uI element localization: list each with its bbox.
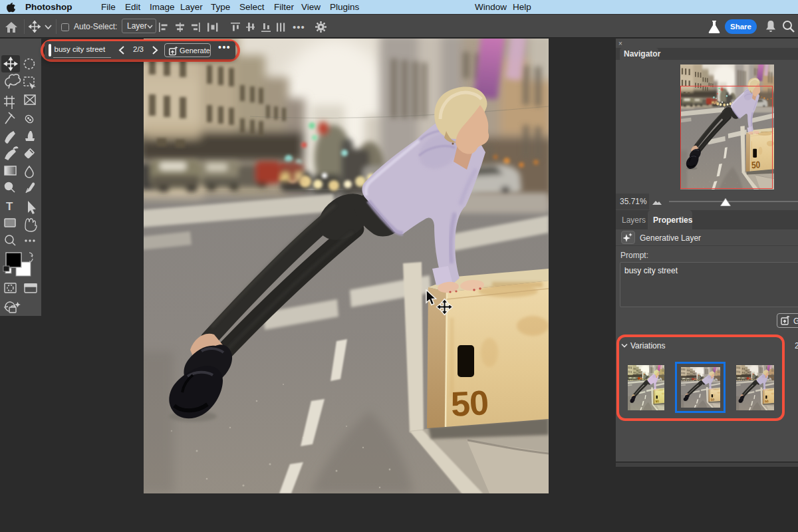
svg-text:T: T: [6, 200, 13, 213]
svg-text:50: 50: [450, 383, 489, 424]
